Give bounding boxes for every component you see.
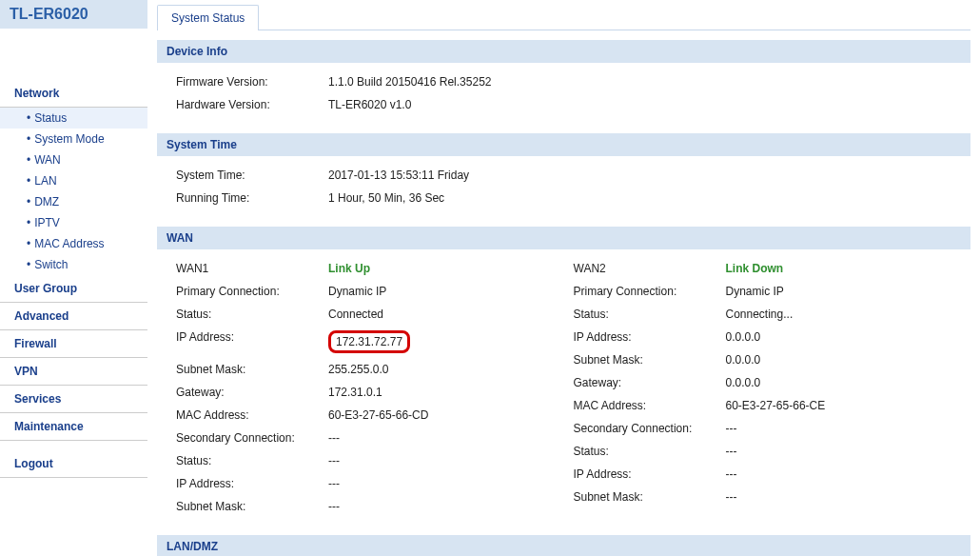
- wan1-primary-connection-value: Dynamic IP: [328, 285, 386, 298]
- wan1-status-label: Status:: [176, 308, 328, 321]
- nav-system-mode[interactable]: System Mode: [0, 129, 147, 149]
- wan1-link-status: Link Up: [328, 262, 370, 275]
- section-wan-header: WAN: [157, 227, 970, 249]
- sidebar-nav: Network Status System Mode WAN LAN DMZ I…: [0, 67, 147, 478]
- wan1-primary-connection-label: Primary Connection:: [176, 285, 328, 298]
- nav-services[interactable]: Services: [0, 386, 147, 413]
- main-content: System Status Device Info Firmware Versi…: [147, 0, 980, 556]
- tabstrip: System Status: [157, 4, 970, 30]
- firmware-version-value: 1.1.0 Build 20150416 Rel.35252: [328, 75, 491, 89]
- wan2-primary-connection-value: Dynamic IP: [726, 285, 784, 298]
- nav-advanced[interactable]: Advanced: [0, 303, 147, 330]
- wan2-column: WAN2 Link Down Primary Connection: Dynam…: [564, 257, 962, 518]
- wan2-link-status: Link Down: [726, 262, 784, 275]
- running-time-label: Running Time:: [176, 191, 328, 205]
- wan2-status-value: Connecting...: [726, 308, 794, 321]
- wan1-gateway-value: 172.31.0.1: [328, 386, 382, 399]
- running-time-value: 1 Hour, 50 Min, 36 Sec: [328, 191, 444, 205]
- system-time-value: 2017-01-13 15:53:11 Friday: [328, 169, 469, 182]
- wan1-sec-status-label: Status:: [176, 454, 328, 467]
- wan1-sec-ip-value: ---: [328, 477, 340, 490]
- nav-logout[interactable]: Logout: [0, 450, 147, 478]
- wan2-secondary-connection-value: ---: [726, 422, 737, 435]
- nav-network[interactable]: Network: [0, 80, 147, 108]
- wan1-sec-status-value: ---: [328, 454, 340, 467]
- wan2-primary-connection-label: Primary Connection:: [574, 285, 726, 298]
- nav-status[interactable]: Status: [0, 108, 147, 129]
- wan1-mask-value: 255.255.0.0: [328, 363, 388, 376]
- nav-switch[interactable]: Switch: [0, 254, 147, 275]
- wan2-ip-label: IP Address:: [574, 330, 726, 344]
- brand-title: TL-ER6020: [0, 0, 147, 29]
- wan2-title: WAN2: [574, 262, 726, 275]
- wan2-status-label: Status:: [574, 308, 726, 321]
- wan2-mac-value: 60-E3-27-65-66-CE: [726, 399, 826, 412]
- wan2-mac-label: MAC Address:: [574, 399, 726, 412]
- system-time-label: System Time:: [176, 169, 328, 182]
- wan1-sec-mask-value: ---: [328, 500, 340, 513]
- wan1-gateway-label: Gateway:: [176, 386, 328, 399]
- wan1-mac-label: MAC Address:: [176, 408, 328, 422]
- section-system-time-header: System Time: [157, 133, 970, 156]
- wan2-mask-value: 0.0.0.0: [726, 353, 761, 367]
- firmware-version-label: Firmware Version:: [176, 75, 328, 89]
- nav-user-group[interactable]: User Group: [0, 275, 147, 303]
- wan2-sec-mask-label: Subnet Mask:: [574, 490, 726, 504]
- wan1-column: WAN1 Link Up Primary Connection: Dynamic…: [167, 257, 564, 518]
- wan2-sec-status-value: ---: [726, 445, 737, 458]
- wan2-mask-label: Subnet Mask:: [574, 353, 726, 367]
- wan2-sec-mask-value: ---: [726, 490, 737, 504]
- nav-wan[interactable]: WAN: [0, 149, 147, 170]
- section-device-info-body: Firmware Version: 1.1.0 Build 20150416 R…: [157, 63, 970, 124]
- wan2-sec-ip-value: ---: [726, 467, 737, 481]
- nav-firewall[interactable]: Firewall: [0, 330, 147, 358]
- section-device-info-header: Device Info: [157, 40, 970, 63]
- sidebar: TL-ER6020 Network Status System Mode WAN…: [0, 0, 147, 556]
- wan1-sec-ip-label: IP Address:: [176, 477, 328, 490]
- hardware-version-value: TL-ER6020 v1.0: [328, 98, 411, 111]
- section-system-time-body: System Time: 2017-01-13 15:53:11 Friday …: [157, 156, 970, 217]
- wan1-mac-value: 60-E3-27-65-66-CD: [328, 408, 428, 422]
- wan2-gateway-value: 0.0.0.0: [726, 376, 761, 389]
- wan2-sec-status-label: Status:: [574, 445, 726, 458]
- wan1-mask-label: Subnet Mask:: [176, 363, 328, 376]
- nav-vpn[interactable]: VPN: [0, 358, 147, 386]
- wan1-secondary-connection-value: ---: [328, 431, 340, 445]
- nav-dmz[interactable]: DMZ: [0, 191, 147, 212]
- wan2-sec-ip-label: IP Address:: [574, 467, 726, 481]
- tab-system-status[interactable]: System Status: [157, 5, 259, 30]
- wan2-gateway-label: Gateway:: [574, 376, 726, 389]
- wan1-ip-label: IP Address:: [176, 330, 328, 353]
- wan1-ip-value: 172.31.72.77: [328, 330, 410, 353]
- hardware-version-label: Hardware Version:: [176, 98, 328, 111]
- section-lan-dmz-header: LAN/DMZ: [157, 535, 970, 556]
- nav-lan[interactable]: LAN: [0, 170, 147, 191]
- nav-iptv[interactable]: IPTV: [0, 212, 147, 233]
- section-wan-body: WAN1 Link Up Primary Connection: Dynamic…: [157, 249, 970, 526]
- nav-maintenance[interactable]: Maintenance: [0, 413, 147, 441]
- nav-mac-address[interactable]: MAC Address: [0, 233, 147, 254]
- wan1-sec-mask-label: Subnet Mask:: [176, 500, 328, 513]
- wan1-secondary-connection-label: Secondary Connection:: [176, 431, 328, 445]
- wan1-title: WAN1: [176, 262, 328, 275]
- wan2-secondary-connection-label: Secondary Connection:: [574, 422, 726, 435]
- wan2-ip-value: 0.0.0.0: [726, 330, 761, 344]
- wan1-status-value: Connected: [328, 308, 383, 321]
